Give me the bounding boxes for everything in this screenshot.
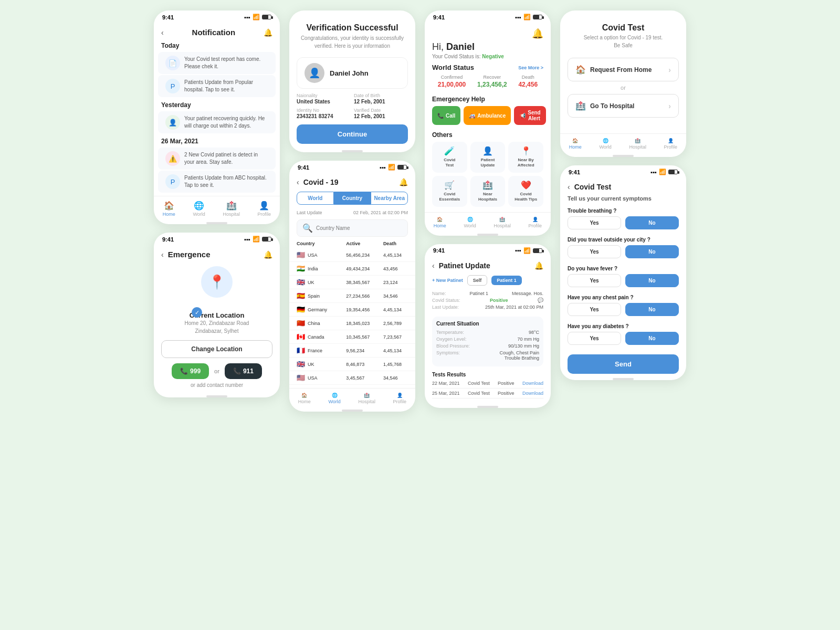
status-bar-dash: 9:41 ▪▪▪ 📶 xyxy=(425,10,551,24)
nav-world-ct-label: World xyxy=(599,144,611,150)
covid-status-label: Your Covid Status is: Negative xyxy=(432,54,543,59)
nav-hospital[interactable]: 🏥Hospital xyxy=(223,201,240,217)
others-item[interactable]: 📍 Near ByAffected xyxy=(508,142,543,173)
nav-world-dash[interactable]: 🌐World xyxy=(464,217,476,228)
others-item[interactable]: 🛒 CovidEssentials xyxy=(432,176,467,207)
send-button[interactable]: Send xyxy=(568,354,679,374)
continue-button[interactable]: Continue xyxy=(297,124,408,144)
patient1-tab[interactable]: Patient 1 xyxy=(491,276,522,285)
table-row[interactable]: 🇺🇸 USA 56,456,234 4,45,134 xyxy=(289,248,415,262)
column-2: Verification Successful Congratulations,… xyxy=(289,10,415,412)
yes-button[interactable]: Yes xyxy=(568,303,621,316)
table-row[interactable]: 🇺🇸 USA 3,45,567 34,546 xyxy=(289,371,415,385)
list-item[interactable]: P Patients Update from Popular hospital.… xyxy=(158,75,276,97)
list-item[interactable]: ⚠️ 2 New Covid patinet is detect in your… xyxy=(158,148,276,170)
recover-label: Recover xyxy=(477,75,507,80)
table-row[interactable]: 🇨🇳 China 18,345,023 2,56,789 xyxy=(289,317,415,330)
others-item[interactable]: 🧪 CovidTest xyxy=(432,142,467,173)
nav-hospital-dash[interactable]: 🏥Hospital xyxy=(494,217,511,228)
nav-profile-covid[interactable]: 👤Profile xyxy=(393,393,407,404)
verified-label: Varified Date xyxy=(354,108,408,113)
send-alert-button[interactable]: 📢 Send Alert xyxy=(514,106,545,125)
new-patient-button[interactable]: + New Patinet xyxy=(432,278,463,283)
self-tab[interactable]: Self xyxy=(467,275,488,286)
no-button[interactable]: No xyxy=(625,274,679,287)
nav-home-dash[interactable]: 🏠Home xyxy=(434,217,446,228)
list-item[interactable]: 📄 Your Covid test report has come. Pleas… xyxy=(158,52,276,74)
emergency-help-title: Emergencey Help xyxy=(432,96,543,103)
nav-profile-dash[interactable]: 👤Profile xyxy=(529,217,542,228)
test-download-1[interactable]: Download xyxy=(522,381,543,386)
back-button-patient[interactable]: ‹ xyxy=(432,261,435,270)
col-country: Country xyxy=(297,241,346,246)
tab-nearby[interactable]: Nearby Area xyxy=(371,192,408,205)
patient-info: Name: Patinet 1 Message. Hos. Covid Stat… xyxy=(425,289,551,313)
profile-icon-ct: 👤 xyxy=(668,138,674,143)
nav-home-ct[interactable]: 🏠Home xyxy=(569,138,582,150)
table-row[interactable]: 🇪🇸 Spain 27,234,566 34,546 xyxy=(289,289,415,303)
patient-card: 9:41 ▪▪▪ 📶 ‹ Patinet Update 🔔 + New Pati… xyxy=(425,244,551,408)
nationality-label: Naionality xyxy=(297,93,351,98)
call-999-button[interactable]: 📞 999 xyxy=(172,363,209,379)
nav-home[interactable]: 🏠Home xyxy=(163,201,175,217)
nav-hospital-c: Hospital xyxy=(358,399,375,404)
no-button[interactable]: No xyxy=(625,245,679,258)
symptom-buttons: Yes No xyxy=(568,245,679,258)
list-item[interactable]: P Patients Update from ABC hospital. Tap… xyxy=(158,171,276,193)
time-patient: 9:41 xyxy=(433,247,445,254)
no-button[interactable]: No xyxy=(625,332,679,345)
others-item[interactable]: 🏥 NearHospitals xyxy=(470,176,506,207)
death-value: 1,45,768 xyxy=(383,362,408,367)
nav-hospital-covid[interactable]: 🏥Hospital xyxy=(358,393,375,404)
user-name: Daniel xyxy=(446,41,475,52)
go-to-hospital-button[interactable]: 🏥 Go To Hospital › xyxy=(568,94,679,118)
nav-world-covid[interactable]: 🌐World xyxy=(328,393,340,404)
wifi-icon: 📶 xyxy=(253,14,260,20)
profile-icon-d: 👤 xyxy=(532,217,538,222)
nav-home-covid[interactable]: 🏠Home xyxy=(298,393,311,404)
others-item-icon: ❤️ xyxy=(511,180,540,190)
death-value: 2,56,789 xyxy=(383,321,408,326)
list-item[interactable]: 👤 Your patinet recovering quickly. He wi… xyxy=(158,111,276,133)
back-button-emergency[interactable]: ‹ xyxy=(161,250,164,259)
call-911-button[interactable]: 📞 911 xyxy=(225,363,262,379)
yes-button[interactable]: Yes xyxy=(568,216,621,229)
yes-button[interactable]: Yes xyxy=(568,274,621,287)
search-bar[interactable]: 🔍 xyxy=(297,219,408,237)
table-row[interactable]: 🇬🇧 UK 38,345,567 23,124 xyxy=(289,276,415,289)
symptoms-row: Symptoms: Cough, Chest PainTrouble Brath… xyxy=(436,350,539,361)
tab-world[interactable]: World xyxy=(297,192,334,205)
others-item[interactable]: 👤 PatientUpdate xyxy=(470,142,506,173)
table-row[interactable]: 🇨🇦 Canada 10,345,567 7,23,567 xyxy=(289,330,415,344)
see-more-link[interactable]: See More > xyxy=(518,65,543,70)
back-button-notification[interactable]: ‹ xyxy=(161,28,164,37)
no-button[interactable]: No xyxy=(625,216,679,229)
table-row[interactable]: 🇩🇪 Germany 19,354,456 4,45,134 xyxy=(289,303,415,317)
others-item[interactable]: ❤️ CovidHealth Tips xyxy=(508,176,543,207)
nav-profile-ct[interactable]: 👤Profile xyxy=(664,138,678,150)
yes-button[interactable]: Yes xyxy=(568,245,621,258)
test-download-2[interactable]: Download xyxy=(522,391,543,396)
symptom-question: Have you any chest pain ? xyxy=(568,295,679,300)
call-button-dash[interactable]: 📞 Call xyxy=(432,106,460,125)
yes-button[interactable]: Yes xyxy=(568,332,621,345)
ambulance-button-dash[interactable]: 🚑 Ambulance xyxy=(464,106,511,125)
table-row[interactable]: 🇮🇳 India 49,434,234 43,456 xyxy=(289,262,415,276)
request-from-home-button[interactable]: 🏠 Request From Home › xyxy=(568,58,679,81)
no-button[interactable]: No xyxy=(625,303,679,316)
back-button-covid[interactable]: ‹ xyxy=(297,178,299,186)
tab-country[interactable]: Country xyxy=(334,192,371,205)
test-type-1: Covid Test xyxy=(468,381,490,386)
table-row[interactable]: 🇫🇷 France 9,56,234 4,45,134 xyxy=(289,344,415,358)
status-bar-patient: 9:41 ▪▪▪ 📶 xyxy=(425,244,551,257)
table-row[interactable]: 🇬🇧 UK 8,46,873 1,45,768 xyxy=(289,358,415,371)
nav-world[interactable]: 🌐World xyxy=(193,201,205,217)
back-button-symptoms[interactable]: ‹ xyxy=(568,183,570,191)
symptom-buttons: Yes No xyxy=(568,216,679,229)
nav-world-ct[interactable]: 🌐World xyxy=(599,138,611,150)
nav-profile[interactable]: 👤Profile xyxy=(258,201,271,217)
battery-d xyxy=(533,15,542,19)
search-input[interactable] xyxy=(316,225,402,231)
nav-hospital-ct[interactable]: 🏥Hospital xyxy=(629,138,646,150)
change-location-button[interactable]: Change Location xyxy=(161,340,272,358)
